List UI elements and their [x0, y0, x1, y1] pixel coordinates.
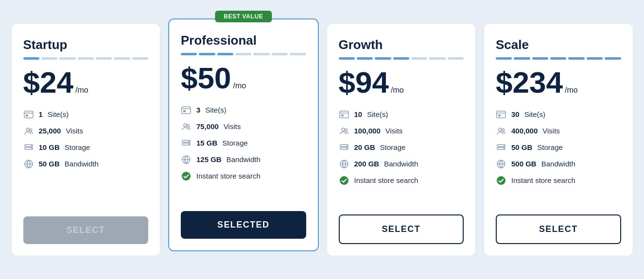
- svg-rect-10: [182, 107, 191, 114]
- svg-rect-34: [498, 115, 501, 116]
- progress-segment: [272, 53, 288, 55]
- progress-segment: [568, 57, 584, 60]
- feature-item: 100,000 Visits: [339, 126, 464, 136]
- feature-item: 200 GB Bandwidth: [339, 159, 464, 169]
- storage-icon: [181, 138, 191, 148]
- price-period-startup: /mo: [75, 86, 88, 95]
- select-button-professional[interactable]: SELECTED: [181, 211, 306, 239]
- feature-item: 10 Site(s): [339, 109, 464, 120]
- feature-item: 25,000 Visits: [23, 126, 149, 136]
- svg-point-42: [497, 176, 505, 185]
- progress-segment: [41, 57, 57, 60]
- feature-label: Visits: [224, 122, 241, 131]
- visits-icon: [181, 121, 191, 132]
- progress-segment: [357, 57, 373, 60]
- progress-segment: [550, 57, 566, 60]
- feature-item: Instant store search: [496, 175, 621, 186]
- select-button-scale[interactable]: SELECT: [496, 214, 621, 244]
- feature-value: 3: [196, 106, 200, 114]
- feature-value: 500 GB: [511, 160, 537, 168]
- svg-point-35: [499, 128, 502, 131]
- feature-label: Site(s): [367, 110, 388, 118]
- feature-item: 500 GB Bandwidth: [496, 159, 621, 169]
- plan-name-growth: Growth: [339, 37, 464, 52]
- feature-value: 200 GB: [354, 160, 380, 168]
- svg-point-7: [31, 145, 32, 146]
- feature-value: 20 GB: [354, 143, 375, 151]
- features-list-startup: 1 Site(s) 25,000 Visits 10 GB Storage 50…: [23, 109, 149, 203]
- site-icon: [23, 109, 34, 120]
- feature-item: 3 Site(s): [181, 105, 306, 115]
- select-button-startup: SELECT: [23, 216, 149, 244]
- feature-item: 50 GB Bandwidth: [23, 159, 149, 169]
- feature-label: Bandwidth: [226, 155, 261, 164]
- feature-label: Storage: [222, 139, 248, 147]
- progress-segment: [587, 57, 603, 60]
- bandwidth-icon: [181, 154, 191, 165]
- plan-card-growth: Growth $94 /mo 10 Site(s) 100,000 Visits…: [327, 23, 476, 256]
- progress-segment: [375, 57, 391, 60]
- price-amount-professional: $50: [181, 63, 231, 93]
- progress-segment: [605, 57, 621, 60]
- plan-card-professional: BEST VALUEProfessional $50 /mo 3 Site(s)…: [168, 18, 319, 251]
- feature-value: 10: [354, 110, 363, 118]
- svg-rect-23: [341, 115, 344, 116]
- check-icon: [339, 175, 349, 186]
- svg-point-39: [504, 145, 505, 146]
- feature-item: 30 Site(s): [496, 109, 621, 120]
- svg-point-28: [347, 145, 348, 146]
- plans-container: Startup $24 /mo 1 Site(s) 25,000 Visits …: [11, 23, 633, 256]
- feature-label: Instant store search: [196, 172, 261, 180]
- progress-segment: [132, 57, 148, 60]
- storage-icon: [339, 142, 349, 153]
- site-icon: [496, 109, 506, 120]
- svg-point-20: [182, 172, 191, 181]
- progress-segment: [59, 57, 75, 60]
- feature-value: 1: [39, 110, 43, 118]
- price-row-scale: $234 /mo: [496, 67, 621, 98]
- feature-item: Instant store search: [339, 175, 464, 186]
- feature-item: 50 GB Storage: [496, 142, 621, 153]
- svg-rect-0: [24, 111, 33, 118]
- plan-card-startup: Startup $24 /mo 1 Site(s) 25,000 Visits …: [11, 23, 161, 256]
- visits-icon: [23, 126, 34, 136]
- bandwidth-icon: [339, 159, 349, 169]
- feature-label: Site(s): [205, 106, 226, 114]
- check-icon: [181, 171, 191, 181]
- feature-item: 20 GB Storage: [339, 142, 464, 153]
- svg-rect-12: [183, 110, 186, 112]
- svg-point-4: [29, 129, 32, 131]
- feature-label: Bandwidth: [541, 160, 575, 168]
- price-amount-growth: $94: [339, 67, 389, 98]
- site-icon: [181, 105, 191, 115]
- progress-segment: [96, 57, 112, 60]
- svg-point-8: [31, 148, 32, 149]
- visits-icon: [496, 126, 506, 136]
- progress-bar-professional: [181, 53, 306, 55]
- storage-icon: [23, 142, 34, 153]
- price-period-professional: /mo: [233, 82, 246, 90]
- progress-segment: [290, 53, 306, 55]
- feature-label: Visits: [542, 127, 560, 135]
- progress-segment: [217, 53, 233, 55]
- progress-segment: [199, 53, 215, 55]
- progress-segment: [235, 53, 251, 55]
- bandwidth-icon: [23, 159, 34, 169]
- svg-point-18: [189, 144, 190, 145]
- storage-icon: [496, 142, 506, 153]
- feature-label: Instant store search: [511, 176, 575, 184]
- select-button-growth[interactable]: SELECT: [339, 214, 464, 244]
- feature-value: 15 GB: [196, 139, 217, 147]
- price-period-scale: /mo: [565, 86, 578, 95]
- price-amount-scale: $234: [496, 67, 563, 98]
- svg-point-24: [342, 128, 345, 131]
- progress-bar-startup: [23, 57, 149, 60]
- svg-point-14: [187, 124, 190, 127]
- feature-label: Storage: [65, 143, 90, 151]
- feature-label: Bandwidth: [384, 160, 418, 168]
- feature-item: 400,000 Visits: [496, 126, 621, 136]
- svg-point-36: [502, 129, 505, 131]
- feature-value: 400,000: [511, 127, 538, 135]
- plan-name-startup: Startup: [23, 37, 149, 52]
- check-icon: [496, 175, 506, 186]
